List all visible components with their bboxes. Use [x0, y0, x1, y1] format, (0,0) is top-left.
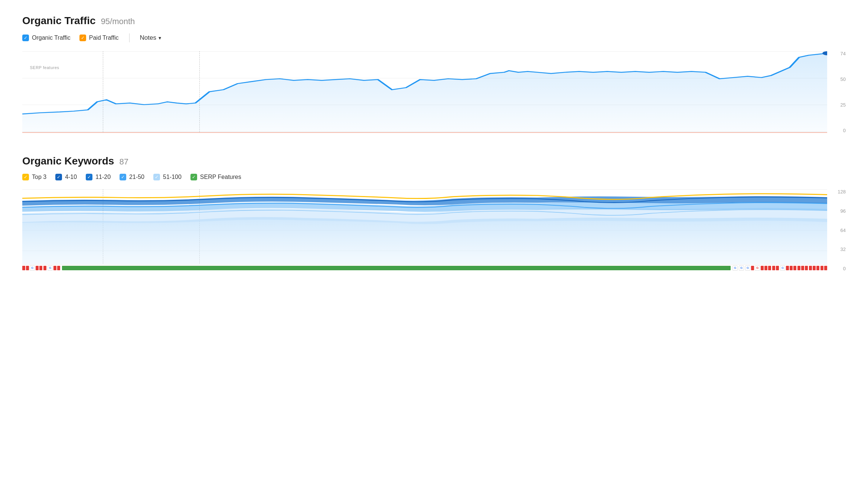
- legend-checkbox-top3: ✓: [22, 174, 29, 180]
- kw-y-label-96: 96: [841, 209, 846, 213]
- icon-flag: [797, 266, 800, 270]
- organic-keywords-chart-container: G G G G G G G: [22, 189, 846, 271]
- organic-traffic-title: Organic Traffic: [22, 15, 96, 27]
- icon-flag: [809, 266, 812, 270]
- organic-keywords-title: Organic Keywords: [22, 155, 114, 167]
- google-icon: G: [48, 265, 53, 271]
- organic-traffic-count: 95/month: [101, 17, 135, 26]
- chevron-down-icon: ▾: [159, 35, 161, 41]
- kw-y-label-128: 128: [838, 189, 846, 194]
- icon-flag: [43, 266, 46, 270]
- legend-item-serp[interactable]: ✓ SERP Features: [190, 174, 241, 180]
- icons-bar: G G G G G G G: [22, 264, 827, 271]
- legend-checkbox-51-100: ✓: [153, 174, 160, 180]
- legend-item-21-50[interactable]: ✓ 21-50: [120, 174, 144, 180]
- legend-label-21-50: 21-50: [129, 174, 144, 180]
- legend-checkbox-4-10: ✓: [55, 174, 62, 180]
- organic-keywords-chart-area: G G G G G G G: [22, 189, 827, 271]
- legend-label-11-20: 11-20: [95, 174, 111, 180]
- icon-flag: [776, 266, 779, 270]
- google-icon: G: [745, 265, 750, 271]
- organic-traffic-header: Organic Traffic 95/month: [22, 15, 846, 27]
- icon-flag: [751, 266, 754, 270]
- icon-flag: [813, 266, 816, 270]
- icon-flag: [790, 266, 793, 270]
- organic-traffic-section: Organic Traffic 95/month ✓ Organic Traff…: [22, 15, 846, 133]
- icon-flag: [816, 266, 819, 270]
- icon-flag: [764, 266, 767, 270]
- google-icon-red: G: [755, 265, 760, 271]
- icon-flag: [26, 266, 29, 270]
- legend-label-organic: Organic Traffic: [32, 35, 71, 41]
- icon-flag: [805, 266, 808, 270]
- organic-keywords-y-axis: 128 96 64 32 0: [827, 189, 846, 271]
- organic-keywords-section: Organic Keywords 87 ✓ Top 3 ✓ 4-10 ✓ 11-…: [22, 155, 846, 271]
- legend-label-paid: Paid Traffic: [89, 35, 119, 41]
- icon-flag: [39, 266, 42, 270]
- kw-area-light: [22, 217, 827, 271]
- google-icon: G: [732, 265, 738, 271]
- icon-flag: [824, 266, 827, 270]
- google-icon: G: [739, 265, 744, 271]
- y-label-74: 74: [841, 51, 846, 56]
- legend-item-paid[interactable]: ✓ Paid Traffic: [79, 35, 119, 41]
- organic-keywords-count: 87: [119, 157, 128, 167]
- organic-traffic-y-axis: 74 50 25 0: [827, 51, 846, 133]
- icon-flag: [36, 266, 39, 270]
- legend-label-51-100: 51-100: [163, 174, 182, 180]
- google-icon: G: [780, 265, 785, 271]
- icon-flag: [801, 266, 804, 270]
- icon-flag: [772, 266, 775, 270]
- legend-divider: [129, 33, 130, 42]
- organic-keywords-svg: [22, 189, 827, 271]
- kw-y-label-32: 32: [841, 247, 846, 252]
- legend-item-top3[interactable]: ✓ Top 3: [22, 174, 46, 180]
- legend-checkbox-serp: ✓: [190, 174, 197, 180]
- google-icon: G: [30, 265, 35, 271]
- legend-item-11-20[interactable]: ✓ 11-20: [86, 174, 111, 180]
- organic-traffic-legend: ✓ Organic Traffic ✓ Paid Traffic Notes ▾: [22, 33, 846, 42]
- y-label-0: 0: [843, 128, 846, 133]
- organic-keywords-legend: ✓ Top 3 ✓ 4-10 ✓ 11-20 ✓ 21-50 ✓ 51-100 …: [22, 174, 846, 180]
- legend-checkbox-11-20: ✓: [86, 174, 92, 180]
- icon-flag: [53, 266, 56, 270]
- organic-traffic-chart-area: SERP features: [22, 51, 827, 133]
- icon-flag: [22, 266, 25, 270]
- y-label-25: 25: [841, 102, 846, 107]
- legend-label-top3: Top 3: [32, 174, 46, 180]
- traffic-area-fill: [22, 53, 827, 132]
- legend-checkbox-paid: ✓: [79, 35, 86, 41]
- legend-label-4-10: 4-10: [65, 174, 77, 180]
- legend-checkbox-organic: ✓: [22, 35, 29, 41]
- icon-flag: [761, 266, 764, 270]
- icon-flag: [820, 266, 823, 270]
- green-bar: [62, 266, 731, 270]
- notes-label: Notes: [140, 34, 156, 42]
- kw-y-label-64: 64: [841, 228, 846, 233]
- icon-flag: [793, 266, 796, 270]
- icon-flag: [57, 266, 60, 270]
- y-label-50: 50: [841, 77, 846, 82]
- legend-item-4-10[interactable]: ✓ 4-10: [55, 174, 77, 180]
- organic-traffic-svg: [22, 51, 827, 132]
- kw-y-label-0: 0: [843, 266, 846, 271]
- notes-button[interactable]: Notes ▾: [140, 34, 161, 42]
- legend-item-51-100[interactable]: ✓ 51-100: [153, 174, 182, 180]
- organic-traffic-chart-container: SERP features 74 50 25: [22, 51, 846, 133]
- icon-flag: [786, 266, 789, 270]
- legend-checkbox-21-50: ✓: [120, 174, 126, 180]
- legend-label-serp: SERP Features: [200, 174, 241, 180]
- legend-item-organic[interactable]: ✓ Organic Traffic: [22, 35, 71, 41]
- organic-keywords-header: Organic Keywords 87: [22, 155, 846, 167]
- icon-flag: [768, 266, 771, 270]
